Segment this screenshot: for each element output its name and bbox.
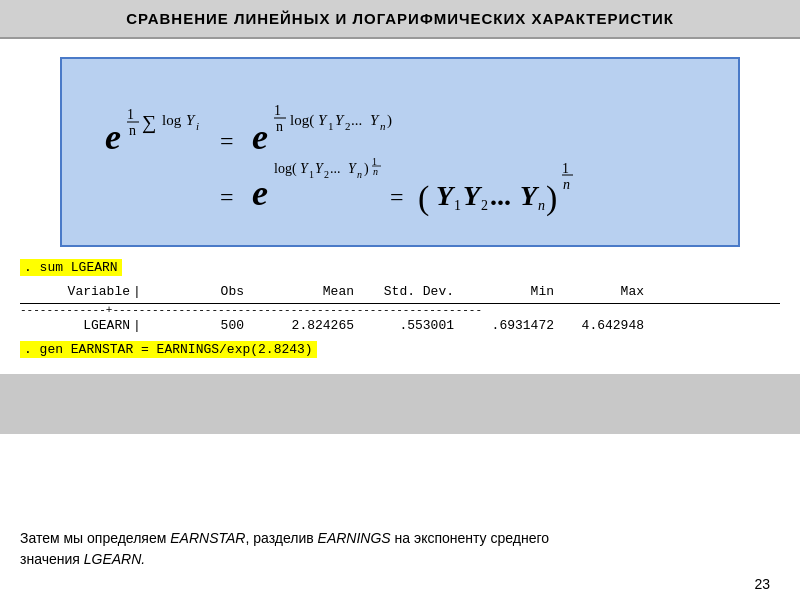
bottom-text-line1: Затем мы определяем (20, 530, 170, 546)
svg-text:1: 1 (454, 198, 461, 213)
svg-text:=: = (220, 184, 234, 210)
stata-command1: . sum LGEARN (20, 259, 780, 282)
stata-data-row: LGEARN | 500 2.824265 .553001 .6931472 4… (20, 318, 780, 333)
row-std: .553001 (354, 318, 454, 333)
svg-text:i: i (196, 120, 199, 132)
svg-text:n: n (357, 169, 362, 180)
svg-text:): ) (546, 179, 557, 217)
svg-text:1: 1 (274, 103, 281, 118)
stata-area: . sum LGEARN Variable | Obs Mean Std. De… (20, 259, 780, 364)
command1-text: . sum LGEARN (20, 259, 122, 276)
header-max: Max (554, 284, 644, 299)
page-title: СРАВНЕНИЕ ЛИНЕЙНЫХ И ЛОГАРИФМИЧЕСКИХ ХАР… (20, 10, 780, 27)
row-min: .6931472 (454, 318, 554, 333)
svg-text:2: 2 (345, 120, 351, 132)
svg-text:e: e (252, 173, 268, 213)
svg-text:n: n (276, 119, 283, 134)
header-obs: Obs (144, 284, 244, 299)
svg-text:=: = (390, 184, 404, 210)
svg-text:1: 1 (328, 120, 334, 132)
command2-text: . gen EARNSTAR = EARNINGS/exp(2.8243) (20, 341, 317, 358)
row-sep: | (130, 318, 144, 333)
svg-text:Y: Y (335, 112, 345, 128)
row-max: 4.642948 (554, 318, 644, 333)
svg-text:=: = (220, 128, 234, 154)
svg-text:Y: Y (436, 180, 456, 211)
svg-text:log(: log( (290, 112, 314, 129)
svg-text:n: n (563, 177, 570, 192)
svg-text:n: n (373, 166, 378, 177)
svg-text:...: ... (330, 161, 341, 176)
svg-text:2: 2 (324, 169, 329, 180)
formula-area: e 1 n ∑ log Y i = e 1 n log( Y 1 Y 2 ...… (60, 57, 740, 247)
svg-text:Y: Y (186, 112, 196, 128)
svg-text:n: n (129, 123, 136, 138)
svg-text:Y: Y (463, 180, 483, 211)
bottom-earnings: EARNINGS (318, 530, 391, 546)
svg-text:1: 1 (562, 161, 569, 176)
svg-text:1: 1 (309, 169, 314, 180)
row-obs: 500 (144, 318, 244, 333)
bottom-text-end: на экспоненту среднего (391, 530, 549, 546)
svg-text:): ) (364, 161, 369, 177)
header-mean: Mean (244, 284, 354, 299)
svg-text:Y: Y (370, 112, 380, 128)
row-variable: LGEARN (20, 318, 130, 333)
gray-area (0, 374, 800, 434)
stata-command2: . gen EARNSTAR = EARNINGS/exp(2.8243) (20, 341, 780, 364)
svg-text:1: 1 (127, 107, 134, 122)
svg-text:n: n (380, 120, 386, 132)
svg-text:2: 2 (481, 198, 488, 213)
svg-text:n: n (538, 198, 545, 213)
bottom-text-mid: , разделив (245, 530, 317, 546)
header-std: Std. Dev. (354, 284, 454, 299)
svg-text:log(: log( (274, 161, 297, 177)
page-number: 23 (754, 576, 770, 592)
svg-text:log: log (162, 112, 182, 128)
svg-text:e: e (105, 117, 121, 157)
svg-text:(: ( (418, 179, 429, 217)
svg-text:): ) (387, 112, 392, 129)
svg-text:∑: ∑ (142, 111, 156, 134)
bottom-lgearn: LGEARN. (84, 551, 145, 567)
bottom-text: Затем мы определяем EARNSTAR, разделив E… (20, 528, 740, 570)
bottom-earnstar: EARNSTAR (170, 530, 245, 546)
bottom-text-line2: значения (20, 551, 84, 567)
formula-svg: e 1 n ∑ log Y i = e 1 n log( Y 1 Y 2 ...… (90, 77, 710, 227)
title-bar: СРАВНЕНИЕ ЛИНЕЙНЫХ И ЛОГАРИФМИЧЕСКИХ ХАР… (0, 0, 800, 39)
svg-text:...: ... (351, 112, 362, 128)
stata-divider: -------------+--------------------------… (20, 303, 780, 316)
svg-text:Y: Y (318, 112, 328, 128)
svg-text:Y: Y (520, 180, 540, 211)
svg-text:...: ... (490, 180, 511, 211)
header-variable: Variable (20, 284, 130, 299)
header-sep: | (130, 284, 144, 299)
row-mean: 2.824265 (244, 318, 354, 333)
header-min: Min (454, 284, 554, 299)
svg-text:e: e (252, 117, 268, 157)
stata-table-header: Variable | Obs Mean Std. Dev. Min Max (20, 282, 780, 301)
